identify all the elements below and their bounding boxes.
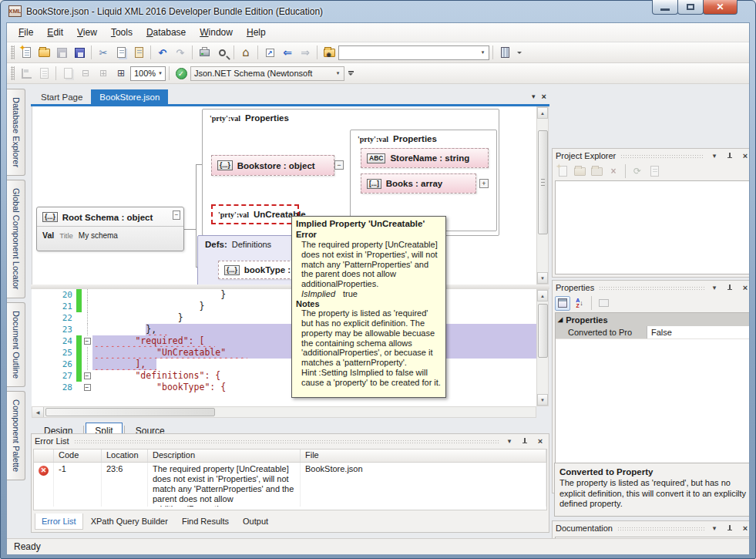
properties-title-bar[interactable]: Properties ▾ × xyxy=(553,281,750,295)
chevron-down-icon[interactable]: ▾ xyxy=(709,524,720,532)
toolbar-overflow-button[interactable] xyxy=(514,52,525,54)
save-button[interactable] xyxy=(53,44,70,61)
menu-database[interactable]: Database xyxy=(139,24,193,41)
close-icon[interactable]: × xyxy=(740,151,750,160)
refresh-button[interactable]: ⟳ xyxy=(630,164,645,179)
scrollbar-thumb[interactable] xyxy=(538,130,548,234)
restore-button[interactable] xyxy=(677,0,704,15)
toolbar-overflow-button[interactable] xyxy=(345,71,356,76)
column-location[interactable]: Location xyxy=(102,450,148,462)
cut-button[interactable]: ✂ xyxy=(95,44,112,61)
documentation-title-bar[interactable]: Documentation ▾ × xyxy=(553,521,750,535)
node-root-schema[interactable]: {...} Root Schema : object Val Title My … xyxy=(36,207,184,251)
chevron-down-icon[interactable]: ▾ xyxy=(332,67,344,80)
scroll-down-arrow[interactable]: ▼ xyxy=(537,272,548,284)
sidebar-tab-global-component-locator[interactable]: Global Component Locator xyxy=(7,180,25,298)
tab-find-results[interactable]: Find Results xyxy=(176,514,235,529)
error-row[interactable]: ✕ -1 23:6 The required property [UnCreat… xyxy=(34,463,546,507)
search-combobox[interactable]: ▾ xyxy=(338,45,489,60)
column-icon[interactable] xyxy=(34,450,54,462)
menu-view[interactable]: View xyxy=(70,24,104,41)
navigate-forward-button[interactable]: ⇒ xyxy=(297,44,314,61)
close-button[interactable]: ✕ xyxy=(703,0,738,15)
tab-xpath-query-builder[interactable]: XPath Query Builder xyxy=(85,514,174,529)
paste-button[interactable] xyxy=(130,44,147,61)
node-storename[interactable]: ABC StoreName : string xyxy=(361,148,489,168)
column-file[interactable]: File xyxy=(301,450,546,462)
menu-edit[interactable]: Edit xyxy=(40,24,70,41)
root-collapse-button[interactable]: − xyxy=(173,210,180,220)
expand-all-button[interactable]: ⊞ xyxy=(113,65,129,82)
panel-drag-texture[interactable] xyxy=(599,286,704,291)
tab-start-page[interactable]: Start Page xyxy=(32,89,91,104)
tab-close-icon[interactable]: × xyxy=(542,92,546,101)
new-project-item-button[interactable]: ✦ xyxy=(555,164,570,179)
cascade-button[interactable] xyxy=(59,65,76,82)
schema-standard-combobox[interactable]: Json.NET Schema (Newtonsoft ▾ xyxy=(190,66,344,81)
column-code[interactable]: Code xyxy=(54,450,102,462)
home-button[interactable]: ⌂ xyxy=(237,44,254,61)
title-bar[interactable]: XML BookStore.json - Liquid XML 2016 Dev… xyxy=(0,0,756,22)
tab-output[interactable]: Output xyxy=(237,514,274,529)
property-row[interactable]: Converted to Pro False xyxy=(556,326,750,339)
navigate-back-button[interactable]: ⇐ xyxy=(279,44,296,61)
close-icon[interactable]: × xyxy=(740,283,750,292)
scrollbar-thumb[interactable] xyxy=(538,304,548,358)
tab-list-chevron-icon[interactable]: ▾ xyxy=(532,93,536,100)
node-bookstore[interactable]: {...} Bookstore : object xyxy=(211,155,334,176)
books-expand-button[interactable]: + xyxy=(479,179,489,188)
node-uncreatable[interactable]: 'prty':val UnCreatable xyxy=(211,204,299,224)
open-file-button[interactable] xyxy=(35,44,52,61)
design-vertical-scrollbar[interactable]: ▲ ▼ xyxy=(536,106,549,285)
find-in-files-button[interactable]: ◉ xyxy=(321,44,338,61)
print-button[interactable] xyxy=(196,44,213,61)
column-description[interactable]: Description xyxy=(148,450,301,462)
chevron-down-icon[interactable]: ▾ xyxy=(156,67,165,80)
panel-drag-texture[interactable] xyxy=(74,439,499,445)
undo-button[interactable]: ↶ xyxy=(154,44,171,61)
project-explorer-title-bar[interactable]: Project Explorer ▾ × xyxy=(553,149,750,163)
scroll-left-arrow[interactable]: ◀ xyxy=(32,407,44,417)
chevron-down-icon[interactable]: ▾ xyxy=(709,284,720,291)
schema-library-button[interactable] xyxy=(496,44,513,61)
remove-item-button[interactable]: × xyxy=(606,164,621,179)
property-value[interactable]: False xyxy=(647,326,750,338)
node-books[interactable]: [...] Books : array xyxy=(361,173,476,194)
print-preview-button[interactable] xyxy=(213,44,230,61)
scroll-down-arrow[interactable]: ▼ xyxy=(537,394,548,406)
design-canvas[interactable]: 'prty':valProperties 'prty':valPropertie… xyxy=(32,106,536,285)
toolbar-grip[interactable] xyxy=(11,45,15,59)
pin-icon[interactable] xyxy=(724,285,735,291)
close-project-button[interactable] xyxy=(589,164,604,179)
validate-button[interactable]: ✓ xyxy=(173,65,190,82)
toolbar-grip[interactable] xyxy=(11,66,15,80)
menu-window[interactable]: Window xyxy=(193,24,240,41)
scroll-up-arrow[interactable]: ▲ xyxy=(537,107,548,119)
alphabetical-sort-button[interactable]: AZ↓ xyxy=(572,296,587,311)
pin-icon[interactable] xyxy=(724,525,735,532)
panel-drag-texture[interactable] xyxy=(620,154,704,160)
tab-error-list[interactable]: Error List xyxy=(35,514,83,530)
chevron-down-icon[interactable]: ▾ xyxy=(504,437,515,445)
new-document-button[interactable]: ✦ xyxy=(18,44,35,61)
open-in-browser-button[interactable]: ↗ xyxy=(261,44,278,61)
error-list-title-bar[interactable]: Error List ▾ × xyxy=(32,434,549,448)
minimize-button[interactable] xyxy=(652,0,678,15)
redo-button[interactable]: ↷ xyxy=(172,44,189,61)
sidebar-tab-component-palette[interactable]: Component Palette xyxy=(7,391,25,480)
close-icon[interactable]: × xyxy=(740,524,750,533)
close-icon[interactable]: × xyxy=(535,436,546,446)
collapse-button[interactable]: ⊟ xyxy=(77,65,94,82)
source-vertical-scrollbar[interactable]: ▲ ▼ xyxy=(536,289,549,406)
bookstore-collapse-button[interactable]: − xyxy=(334,160,344,170)
copy-button[interactable] xyxy=(113,44,129,61)
notes-view-button[interactable] xyxy=(35,65,52,82)
pin-icon[interactable] xyxy=(519,438,530,445)
tab-bookstore-json[interactable]: BookStore.json xyxy=(91,89,168,104)
menu-tools[interactable]: Tools xyxy=(104,24,139,41)
open-project-button[interactable] xyxy=(572,164,587,179)
property-pages-button[interactable] xyxy=(596,296,611,311)
pin-icon[interactable] xyxy=(724,153,735,160)
source-editor[interactable]: 20 } 21 } 22 } 23 }, xyxy=(32,289,536,406)
menu-help[interactable]: Help xyxy=(240,24,273,41)
